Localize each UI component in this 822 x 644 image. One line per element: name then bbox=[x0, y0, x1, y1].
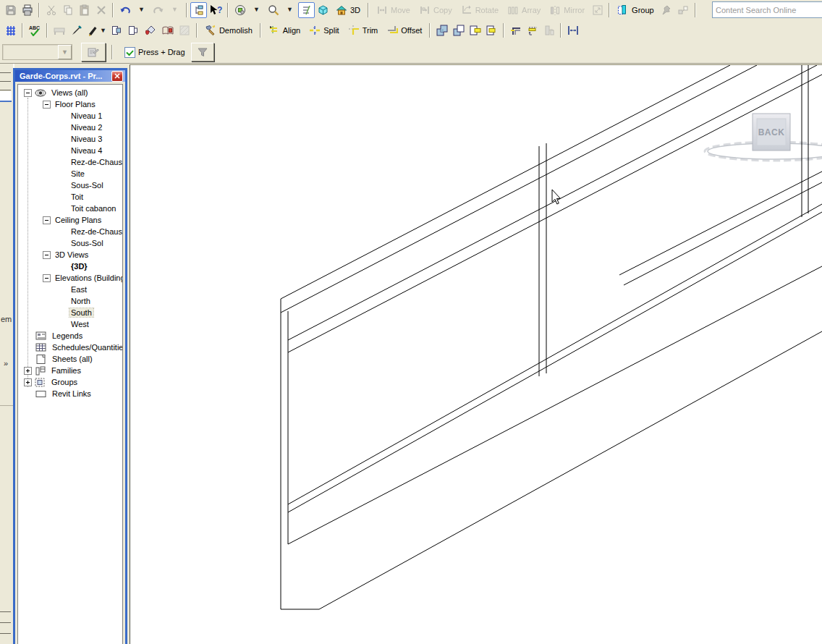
demolish-button[interactable]: Demolish bbox=[200, 22, 257, 38]
uncut-geometry-button[interactable] bbox=[483, 22, 500, 38]
tree-item-3d-view[interactable]: {3D} bbox=[18, 260, 122, 272]
redo-button[interactable] bbox=[150, 2, 166, 18]
spin-view-button[interactable] bbox=[232, 2, 248, 18]
paste-button[interactable] bbox=[76, 2, 93, 18]
align-button[interactable]: Align bbox=[264, 22, 305, 38]
furniture-tool-button[interactable] bbox=[51, 22, 68, 38]
design-bar-button-edge[interactable] bbox=[0, 622, 11, 623]
group-button[interactable]: Group bbox=[613, 2, 658, 18]
tree-item-sous-sol[interactable]: Sous-Sol bbox=[18, 179, 122, 191]
tree-item-site[interactable]: Site bbox=[18, 168, 122, 179]
copy-button[interactable]: Copy bbox=[415, 2, 457, 18]
tree-item-legends[interactable]: Legends bbox=[18, 330, 122, 342]
project-browser-toggle-button[interactable] bbox=[190, 2, 207, 18]
press-drag-checkbox[interactable] bbox=[124, 47, 135, 58]
rotate-button[interactable]: Rotate bbox=[457, 2, 503, 18]
match-type-button[interactable] bbox=[68, 22, 85, 38]
materials-book-button[interactable] bbox=[159, 22, 177, 38]
tree-item-groups[interactable]: Groups bbox=[18, 376, 122, 388]
collapse-icon[interactable] bbox=[43, 251, 51, 259]
wall-joins-button[interactable] bbox=[507, 22, 524, 38]
3d-box-button[interactable] bbox=[315, 2, 331, 18]
tree-item-ceiling-sous-sol[interactable]: Sous-Sol bbox=[18, 237, 122, 249]
tree-item-floor-plans[interactable]: Floor Plans bbox=[18, 98, 122, 110]
grid-tool-button[interactable] bbox=[2, 22, 19, 38]
print-button[interactable] bbox=[19, 2, 35, 18]
redo-dropdown-button[interactable]: ▼ bbox=[166, 2, 183, 18]
tree-item-views-all[interactable]: Views (all) bbox=[18, 87, 122, 98]
tree-item-ceiling-plans[interactable]: Ceiling Plans bbox=[18, 214, 122, 226]
tree-item-sheets[interactable]: Sheets (all) bbox=[18, 353, 122, 365]
design-bar-button-edge[interactable] bbox=[0, 90, 11, 90]
edit-wall-joins-button[interactable] bbox=[524, 22, 541, 38]
zoom-dropdown-button[interactable]: ▼ bbox=[281, 2, 298, 18]
mirror-button[interactable]: Mirror bbox=[545, 2, 589, 18]
copy-to-clipboard-button[interactable] bbox=[59, 2, 76, 18]
tree-item-north[interactable]: North bbox=[18, 295, 122, 307]
zoom-button[interactable] bbox=[265, 2, 281, 18]
unjoin-geometry-button[interactable] bbox=[450, 22, 467, 38]
opening-by-face-button[interactable] bbox=[125, 22, 142, 38]
collapse-icon[interactable] bbox=[43, 216, 51, 224]
cut-geometry-button[interactable] bbox=[467, 22, 483, 38]
spellcheck-button[interactable]: ABC bbox=[26, 22, 43, 38]
properties-button[interactable] bbox=[81, 43, 106, 62]
tree-item-niveau-2[interactable]: Niveau 2 bbox=[18, 122, 122, 133]
cut-button[interactable] bbox=[43, 2, 59, 18]
dimension-button[interactable] bbox=[564, 22, 582, 38]
tree-item-elevations[interactable]: Elevations (Building bbox=[18, 272, 122, 284]
spin-dropdown-button[interactable]: ▼ bbox=[248, 2, 265, 18]
array-button[interactable]: Array bbox=[503, 2, 545, 18]
tree-item-toit-cabanon[interactable]: Toit cabanon bbox=[18, 203, 122, 214]
viewcube[interactable]: BACK bbox=[753, 114, 790, 151]
save-button[interactable] bbox=[2, 2, 19, 18]
close-button[interactable] bbox=[111, 71, 123, 82]
collapse-icon[interactable] bbox=[43, 101, 51, 109]
undo-button[interactable] bbox=[116, 2, 133, 18]
design-bar-button-edge[interactable] bbox=[0, 611, 11, 612]
design-bar-button-edge[interactable] bbox=[0, 81, 11, 82]
tree-item-west[interactable]: West bbox=[18, 318, 122, 330]
tree-item-ceiling-rez-de-chaussee[interactable]: Rez-de-Chauss bbox=[18, 226, 122, 237]
tree-item-families[interactable]: Families bbox=[18, 365, 122, 376]
trim-button[interactable]: Trim bbox=[344, 22, 383, 38]
context-help-button[interactable]: ? bbox=[207, 2, 224, 18]
paint-button[interactable] bbox=[142, 22, 159, 38]
resize-button[interactable] bbox=[589, 2, 606, 18]
expand-icon[interactable] bbox=[24, 378, 32, 386]
expand-icon[interactable] bbox=[24, 367, 32, 375]
combobox-arrow-button[interactable]: ▼ bbox=[58, 45, 72, 59]
join-geometry-button[interactable] bbox=[433, 22, 450, 38]
content-search-input[interactable] bbox=[712, 1, 822, 18]
split-button[interactable]: Split bbox=[305, 22, 343, 38]
collapse-icon[interactable] bbox=[24, 89, 32, 97]
cut-opening-button[interactable] bbox=[109, 22, 125, 38]
filter-button[interactable] bbox=[191, 43, 214, 62]
default-3d-view-button[interactable]: 3D bbox=[331, 2, 365, 18]
design-bar-active-button[interactable] bbox=[0, 91, 12, 102]
type-selector-combobox[interactable]: ▼ bbox=[2, 44, 72, 60]
tree-item-niveau-4[interactable]: Niveau 4 bbox=[18, 145, 122, 156]
tree-item-niveau-1[interactable]: Niveau 1 bbox=[18, 110, 122, 122]
tree-item-east[interactable]: East bbox=[18, 284, 122, 295]
project-browser-titlebar[interactable]: Garde-Corps.rvt - Pr... bbox=[15, 70, 125, 82]
offset-button[interactable]: Offset bbox=[382, 22, 426, 38]
tree-item-toit[interactable]: Toit bbox=[18, 191, 122, 203]
design-bar-button-edge[interactable] bbox=[0, 72, 11, 73]
ungroup-link-button[interactable] bbox=[675, 2, 692, 18]
pin-button[interactable] bbox=[658, 2, 675, 18]
tree-item-south[interactable]: South bbox=[18, 307, 122, 318]
tree-item-schedules[interactable]: Schedules/Quantitie bbox=[18, 342, 122, 353]
undo-dropdown-button[interactable]: ▼ bbox=[133, 2, 150, 18]
tree-item-niveau-3[interactable]: Niveau 3 bbox=[18, 133, 122, 145]
dynamic-view-button[interactable] bbox=[298, 2, 315, 18]
tree-item-rez-de-chaussee[interactable]: Rez-de-Chauss bbox=[18, 156, 122, 168]
delete-button[interactable] bbox=[93, 2, 109, 18]
linework-button[interactable] bbox=[177, 22, 193, 38]
tree-item-3d-views[interactable]: 3D Views bbox=[18, 249, 122, 260]
drawing-area[interactable]: BACK bbox=[130, 64, 822, 644]
attach-detach-button[interactable] bbox=[541, 22, 557, 38]
design-bar-button-edge[interactable] bbox=[0, 633, 11, 634]
viewcube-back-face-label[interactable]: BACK bbox=[758, 127, 785, 137]
move-button[interactable]: Move bbox=[372, 2, 415, 18]
